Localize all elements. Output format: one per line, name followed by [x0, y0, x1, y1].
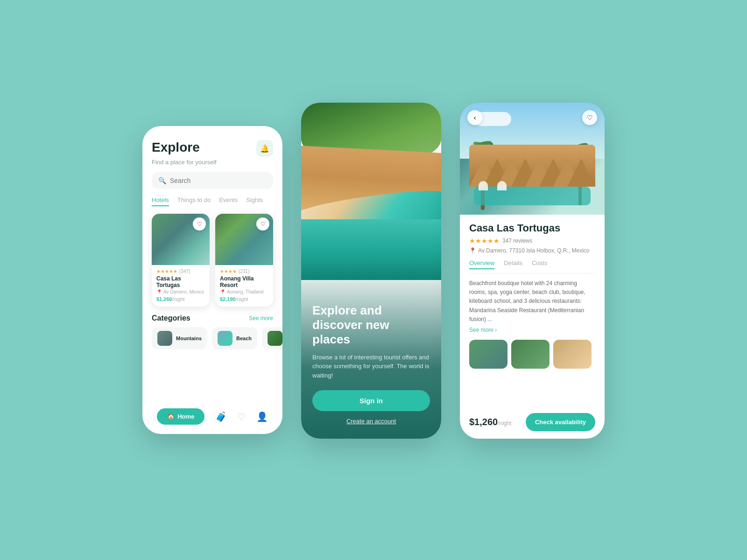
bottom-navigation: 🏠 Home 🧳 ♡ 👤: [152, 403, 273, 425]
discover-headline: Explore and discover new places: [312, 303, 430, 347]
notification-icon[interactable]: 🔔: [256, 140, 273, 157]
create-account-link[interactable]: Create an account: [312, 418, 430, 425]
categories-row: Mountains Beach Forest: [152, 327, 273, 350]
briefcase-icon[interactable]: 🧳: [215, 411, 227, 422]
hotel-address-text: Av Damero, 77310 Isla Holbox, Q.R., Mexi…: [478, 247, 590, 254]
tab-hotels[interactable]: Hotels: [152, 196, 169, 206]
favorite-button-1[interactable]: ♡: [193, 217, 206, 231]
hotel-1-stars: ★★★★★(347): [156, 269, 205, 274]
hotel-1-location: 📍 Av Damero, Mexico: [156, 289, 205, 294]
hotel-description: Beachfront boutique hotel with 24 charmi…: [469, 279, 595, 324]
detail-tab-costs[interactable]: Costs: [532, 259, 547, 269]
beach-thumb: [218, 331, 233, 346]
phone-explore: Explore 🔔 Find a place for yourself 🔍 Ho…: [142, 126, 282, 434]
hotel-price-display: $1,260/night: [469, 417, 512, 427]
home-nav-button[interactable]: 🏠 Home: [157, 408, 204, 425]
profile-icon[interactable]: 👤: [256, 411, 268, 422]
home-nav-label: Home: [177, 413, 194, 420]
hotel-address: 📍 Av Damero, 77310 Isla Holbox, Q.R., Me…: [469, 247, 595, 254]
category-tabs: Hotels Things to do Events Sights: [152, 196, 273, 206]
discover-subtext: Browse a lot of interesting tourist offe…: [312, 353, 430, 380]
hotel-thumb-1[interactable]: [469, 340, 507, 369]
hotel-thumbnails: [469, 340, 595, 369]
resort-roof: [469, 145, 595, 187]
tab-things-to-do[interactable]: Things to do: [177, 196, 211, 206]
hotel-reviews: 347 reviews: [502, 238, 532, 244]
phone-hotel-detail: ‹ ♡ Casa Las Tortugas ★★★★★ 347 reviews …: [460, 103, 605, 439]
hotel-detail-body: Casa Las Tortugas ★★★★★ 347 reviews 📍 Av…: [460, 215, 605, 439]
beach-hero-image: [301, 103, 441, 280]
back-button[interactable]: ‹: [467, 110, 482, 125]
detail-tab-details[interactable]: Details: [504, 259, 522, 269]
category-beach[interactable]: Beach: [212, 327, 257, 350]
forest-thumb: [268, 331, 282, 346]
see-more-button[interactable]: See more: [249, 315, 273, 322]
explore-title: Explore: [152, 140, 200, 155]
mountains-thumb: [157, 331, 172, 346]
hotel-card-1[interactable]: ♡ ★★★★★(347) Casa Las Tortugas 📍 Av Dame…: [152, 214, 210, 307]
hotel-price-value: $1,260: [469, 417, 498, 427]
mountains-label: Mountains: [176, 336, 202, 341]
hotel-2-price: $2,190/night: [220, 296, 268, 302]
categories-header: Categories See more: [152, 314, 273, 322]
explore-header: Explore 🔔: [152, 140, 273, 157]
tab-events[interactable]: Events: [219, 196, 238, 206]
location-pin-icon: 📍: [469, 247, 476, 254]
search-input[interactable]: [170, 177, 267, 184]
hotel-card-1-image: ♡: [152, 214, 210, 265]
hotel-card-2-image: ♡: [215, 214, 273, 265]
hotel-footer: $1,260/night Check availability: [469, 413, 595, 431]
hotel-2-location: 📍 Aonang, Thailand: [220, 289, 268, 294]
hotel-card-2[interactable]: ♡ ★★★★(231) Aonang Villa Resort 📍 Aonang…: [215, 214, 273, 307]
tab-sights[interactable]: Sights: [246, 196, 263, 206]
search-icon: 🔍: [158, 177, 166, 184]
signin-button[interactable]: Sign in: [312, 390, 430, 411]
explore-subtitle: Find a place for yourself: [152, 159, 273, 166]
favorites-icon[interactable]: ♡: [237, 411, 246, 422]
see-more-description[interactable]: See more ›: [469, 327, 595, 333]
beach-label: Beach: [236, 336, 252, 341]
check-availability-button[interactable]: Check availability: [526, 413, 595, 431]
category-forest[interactable]: Forest: [262, 327, 282, 350]
home-icon: 🏠: [167, 413, 175, 420]
categories-title: Categories: [152, 314, 190, 322]
favorite-button-2[interactable]: ♡: [256, 217, 269, 231]
hotel-1-price: $1,260/night: [156, 296, 205, 302]
search-bar[interactable]: 🔍: [152, 172, 273, 189]
hotel-thumb-3[interactable]: [553, 340, 592, 369]
detail-tabs: Overview Details Costs: [469, 259, 595, 273]
phone-discover: Explore and discover new places Browse a…: [301, 103, 441, 439]
hotel-hero-image: ‹ ♡: [460, 103, 605, 215]
hotel-cards-row: ♡ ★★★★★(347) Casa Las Tortugas 📍 Av Dame…: [152, 214, 273, 307]
pool: [474, 187, 591, 205]
hotel-price-unit: /night: [498, 420, 511, 427]
favorite-button-detail[interactable]: ♡: [582, 110, 597, 125]
hotel-detail-name: Casa Las Tortugas: [469, 222, 595, 234]
hotel-rating-row: ★★★★★ 347 reviews: [469, 237, 595, 245]
category-mountains[interactable]: Mountains: [152, 327, 207, 350]
hotel-thumb-2[interactable]: [511, 340, 550, 369]
hotel-stars: ★★★★★: [469, 237, 500, 245]
hotel-1-name: Casa Las Tortugas: [156, 275, 205, 288]
discover-overlay: Explore and discover new places Browse a…: [301, 261, 441, 439]
detail-tab-overview[interactable]: Overview: [469, 259, 494, 269]
hotel-2-stars: ★★★★(231): [220, 269, 268, 274]
hotel-2-name: Aonang Villa Resort: [220, 275, 268, 288]
